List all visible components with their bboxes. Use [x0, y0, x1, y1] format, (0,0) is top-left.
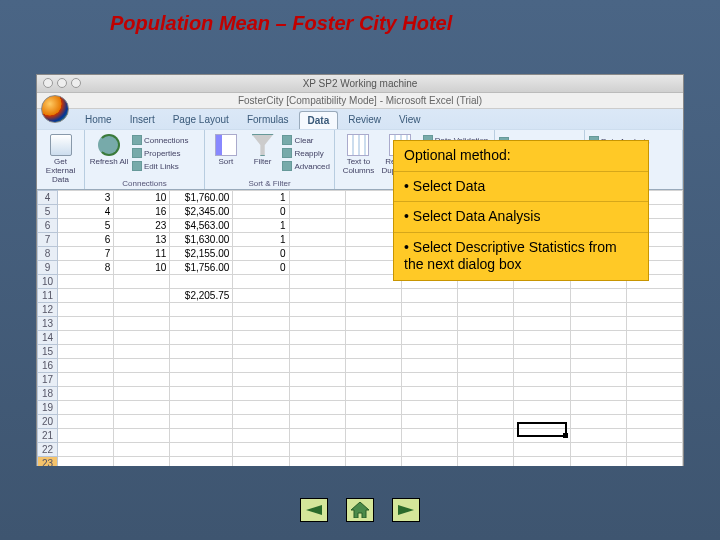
cell[interactable] [345, 359, 401, 373]
cell[interactable] [58, 373, 114, 387]
row-header[interactable]: 17 [38, 373, 58, 387]
cell[interactable] [401, 345, 457, 359]
cell[interactable] [345, 457, 401, 467]
cell[interactable] [170, 317, 233, 331]
cell[interactable]: $1,630.00 [170, 233, 233, 247]
cell[interactable] [345, 303, 401, 317]
tab-formulas[interactable]: Formulas [239, 111, 297, 129]
connections-button[interactable]: Connections [132, 134, 188, 146]
cell[interactable]: 0 [233, 247, 289, 261]
cell[interactable] [626, 303, 682, 317]
cell[interactable] [114, 457, 170, 467]
close-icon[interactable] [43, 78, 53, 88]
cell[interactable] [170, 359, 233, 373]
table-row[interactable]: 12 [38, 303, 683, 317]
properties-button[interactable]: Properties [132, 147, 188, 159]
cell[interactable] [289, 345, 345, 359]
sort-button[interactable]: Sort [209, 132, 243, 167]
cell[interactable]: 11 [114, 247, 170, 261]
cell[interactable] [114, 359, 170, 373]
cell[interactable] [514, 387, 570, 401]
cell[interactable] [570, 289, 626, 303]
cell[interactable] [114, 387, 170, 401]
minimize-icon[interactable] [57, 78, 67, 88]
row-header[interactable]: 10 [38, 275, 58, 289]
row-header[interactable]: 6 [38, 219, 58, 233]
next-slide-button[interactable] [392, 498, 420, 522]
table-row[interactable]: 13 [38, 317, 683, 331]
cell[interactable] [170, 345, 233, 359]
cell[interactable] [233, 373, 289, 387]
cell[interactable] [289, 443, 345, 457]
table-row[interactable]: 19 [38, 401, 683, 415]
row-header[interactable]: 7 [38, 233, 58, 247]
cell[interactable] [626, 317, 682, 331]
prev-slide-button[interactable] [300, 498, 328, 522]
cell[interactable] [401, 317, 457, 331]
window-controls[interactable] [43, 78, 81, 88]
cell[interactable]: 6 [58, 233, 114, 247]
office-button[interactable] [41, 95, 69, 123]
cell[interactable] [58, 429, 114, 443]
table-row[interactable]: 17 [38, 373, 683, 387]
cell[interactable] [289, 247, 345, 261]
cell[interactable] [233, 303, 289, 317]
cell[interactable] [233, 275, 289, 289]
cell[interactable]: 1 [233, 233, 289, 247]
cell[interactable] [114, 401, 170, 415]
cell[interactable] [458, 345, 514, 359]
cell[interactable] [58, 415, 114, 429]
cell[interactable] [345, 415, 401, 429]
cell[interactable] [289, 359, 345, 373]
table-row[interactable]: 14 [38, 331, 683, 345]
cell[interactable] [289, 191, 345, 205]
cell[interactable] [289, 331, 345, 345]
cell[interactable] [58, 359, 114, 373]
cell[interactable] [114, 429, 170, 443]
cell[interactable] [570, 457, 626, 467]
cell[interactable] [458, 289, 514, 303]
cell[interactable] [514, 401, 570, 415]
cell[interactable] [626, 345, 682, 359]
cell[interactable] [570, 303, 626, 317]
cell[interactable] [233, 443, 289, 457]
row-header[interactable]: 4 [38, 191, 58, 205]
cell[interactable] [289, 289, 345, 303]
cell[interactable] [570, 373, 626, 387]
tab-home[interactable]: Home [77, 111, 120, 129]
cell[interactable] [58, 331, 114, 345]
cell[interactable] [570, 429, 626, 443]
cell[interactable] [233, 401, 289, 415]
cell[interactable] [570, 359, 626, 373]
cell[interactable] [345, 429, 401, 443]
row-header[interactable]: 12 [38, 303, 58, 317]
cell[interactable] [170, 457, 233, 467]
edit-links-button[interactable]: Edit Links [132, 160, 188, 172]
cell[interactable] [345, 443, 401, 457]
clear-button[interactable]: Clear [282, 134, 330, 146]
cell[interactable]: $2,155.00 [170, 247, 233, 261]
cell[interactable] [114, 345, 170, 359]
cell[interactable] [626, 331, 682, 345]
cell[interactable]: 4 [58, 205, 114, 219]
cell[interactable] [58, 275, 114, 289]
cell[interactable] [289, 415, 345, 429]
cell[interactable] [570, 401, 626, 415]
table-row[interactable]: 18 [38, 387, 683, 401]
cell[interactable]: 23 [114, 219, 170, 233]
tab-view[interactable]: View [391, 111, 429, 129]
cell[interactable] [289, 205, 345, 219]
row-header[interactable]: 8 [38, 247, 58, 261]
cell[interactable] [514, 289, 570, 303]
row-header[interactable]: 5 [38, 205, 58, 219]
cell[interactable] [458, 373, 514, 387]
cell[interactable] [345, 331, 401, 345]
cell[interactable] [170, 331, 233, 345]
row-header[interactable]: 9 [38, 261, 58, 275]
cell[interactable] [514, 331, 570, 345]
tab-insert[interactable]: Insert [122, 111, 163, 129]
reapply-button[interactable]: Reapply [282, 147, 330, 159]
row-header[interactable]: 14 [38, 331, 58, 345]
cell[interactable] [233, 359, 289, 373]
advanced-button[interactable]: Advanced [282, 160, 330, 172]
